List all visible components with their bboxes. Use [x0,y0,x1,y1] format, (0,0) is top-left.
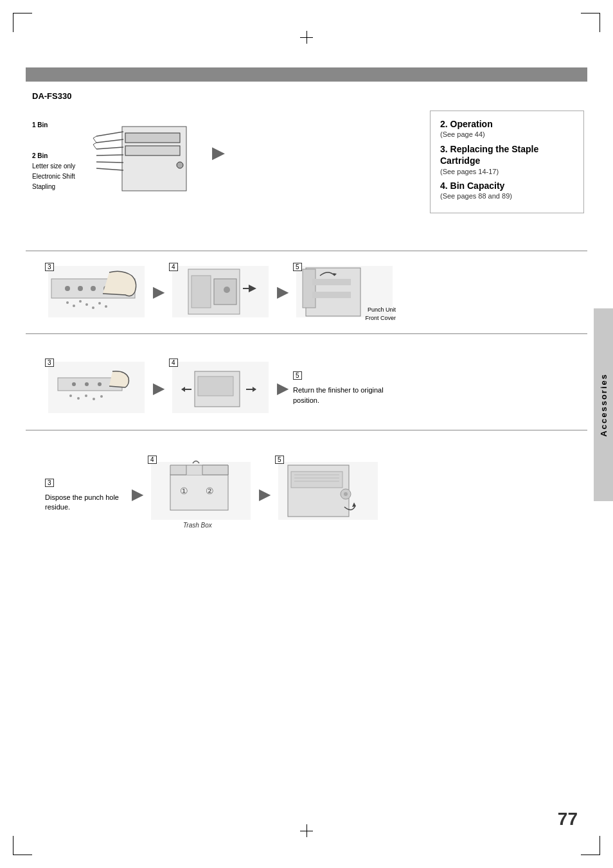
svg-rect-8 [125,146,180,155]
section2-step5: 5 Return the finisher to original positi… [293,371,389,406]
svg-point-38 [85,382,89,386]
bin2-sub3: Stapling [32,182,75,192]
section3-step4: 4 ① ② Trash Box [148,456,254,535]
svg-point-17 [66,301,69,304]
svg-point-60 [344,492,348,496]
svg-rect-7 [125,133,180,143]
svg-point-13 [78,286,83,291]
step5-label: Punch Unit Front Cover [365,306,396,322]
svg-point-42 [85,394,87,397]
svg-point-37 [72,382,76,386]
step3-badge: 3 [45,263,54,271]
section1-arrow1: ▶ [153,284,164,301]
svg-line-5 [96,162,123,163]
device-diagram: 1 Bin 2 Bin Letter size only Electronic … [32,107,212,199]
step4-illustration [169,263,272,321]
info-item2-sub: (See page 44) [440,130,574,138]
svg-point-22 [98,302,101,305]
s3-step4-badge: 4 [148,456,157,464]
svg-line-6 [96,168,123,170]
sidebar-accessories: Accessories [594,308,613,501]
section3-row: 3 Dispose the punch hole residue. ▶ 4 [26,450,587,540]
crosshair-bottom [300,824,313,837]
section2-arrow2: ▶ [277,380,288,397]
svg-point-19 [79,300,82,303]
bin1-label: 1 Bin [32,120,75,130]
s3-step4-illustration: ① ② Trash Box [148,456,254,533]
corner-mark-br [581,836,600,855]
svg-point-44 [100,395,103,398]
svg-text:Trash Box: Trash Box [183,522,213,529]
steps-section-1: 3 [26,251,587,334]
info-item3-title: 3. Replacing the Staple Cartridge [440,143,574,166]
svg-point-20 [85,303,88,306]
s3-step3-text1: Dispose the punch hole [45,492,119,503]
svg-rect-47 [198,376,233,396]
info-item4-title: 4. Bin Capacity [440,181,574,191]
svg-rect-49 [170,475,228,510]
info-item2-title: 2. Operation [440,119,574,129]
bin2-sub2: Electronic Shift [32,172,75,182]
svg-point-41 [77,397,80,400]
svg-point-39 [98,382,102,386]
corner-mark-bl [13,836,32,855]
s2-step5-badge: 5 [293,371,302,380]
sidebar-label: Accessories [599,373,609,437]
svg-rect-33 [312,279,351,285]
s2-step4-illustration [169,359,272,416]
section-arrow: ▶ [212,143,225,163]
svg-point-23 [105,305,107,308]
section1-row: 3 [26,258,587,327]
top-banner [26,67,587,82]
svg-point-28 [224,287,230,293]
info-item3-sub: (See pages 14-17) [440,168,574,175]
s3-step5-badge: 5 [275,456,284,464]
steps-section-3: 3 Dispose the punch hole residue. ▶ 4 [26,443,587,546]
section1-step4: 4 [169,263,272,323]
step3-illustration [45,263,148,321]
svg-line-3 [96,147,123,149]
info-item4-sub: (See pages 88 and 89) [440,192,574,200]
svg-rect-32 [303,269,315,308]
section2-arrow1: ▶ [153,380,164,397]
bin2-label: 2 Bin [32,151,75,161]
steps-section-2: 3 ▶ 4 [26,347,587,430]
page-number: 77 [558,809,578,829]
section3-step5: 5 [275,456,381,535]
svg-line-2 [96,139,123,143]
svg-rect-26 [191,276,211,308]
svg-line-4 [96,155,123,155]
s2-step4-badge: 4 [169,359,178,367]
s2-step5-text: Return the finisher to original position… [293,385,389,406]
s3-step3-text2: residue. [45,503,70,511]
section2-row: 3 ▶ 4 [26,353,587,423]
crosshair-top [300,31,313,44]
section1-step3: 3 [45,263,148,323]
section2-step4: 4 [169,359,272,418]
step5-badge: 5 [293,263,302,271]
svg-text:②: ② [206,486,214,496]
corner-mark-tl [13,13,32,32]
svg-text:①: ① [180,486,188,496]
svg-point-40 [69,394,72,397]
info-box: 2. Operation (See page 44) 3. Replacing … [430,111,584,213]
svg-point-14 [91,286,96,291]
section3-arrow2: ▶ [259,486,270,503]
device-svg [84,107,225,197]
svg-point-21 [92,306,94,309]
section1-step5: 5 Punch Unit Front Cover [293,263,396,323]
s3-step3-badge: 3 [45,479,54,487]
bin-labels: 1 Bin 2 Bin Letter size only Electronic … [32,120,75,192]
section1-arrow2: ▶ [277,284,288,301]
svg-point-43 [93,398,95,400]
s2-step3-badge: 3 [45,359,54,367]
s3-step5-illustration [275,456,381,533]
s2-step3-illustration [45,359,148,416]
top-section: DA-FS330 1 Bin 2 Bin Letter size only El… [26,82,587,229]
svg-rect-34 [312,292,351,298]
model-title: DA-FS330 [32,91,587,101]
svg-rect-55 [291,472,342,488]
section2-step3: 3 [45,359,148,418]
bin2-sub1: Letter size only [32,161,75,172]
section3-arrow1: ▶ [132,486,143,503]
